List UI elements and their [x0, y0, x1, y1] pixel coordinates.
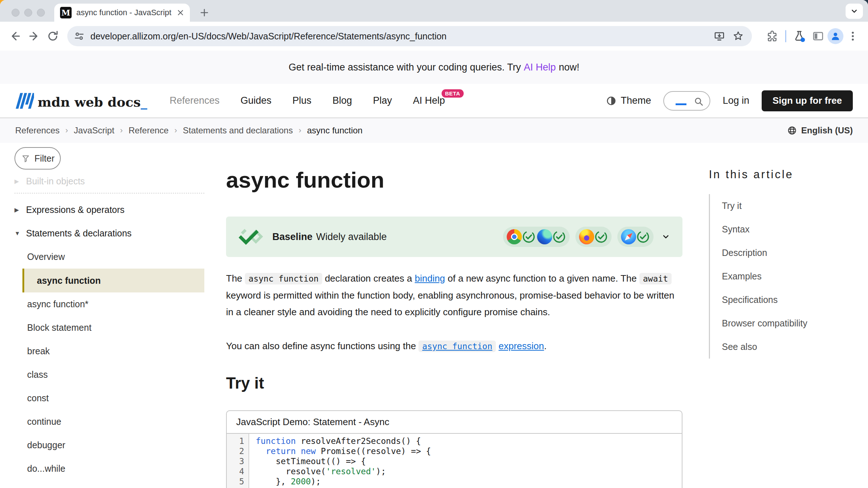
baseline-label: Baseline: [272, 231, 312, 243]
support-check-icon: [522, 230, 536, 244]
install-icon[interactable]: [710, 26, 729, 46]
reload-button[interactable]: [43, 26, 62, 46]
mdn-logo[interactable]: mdn web docs_: [15, 92, 147, 110]
sidebar-item-empty-statement[interactable]: Empty statement: [22, 480, 204, 488]
code-line: setTimeout(() => {: [256, 456, 431, 466]
breadcrumb-item[interactable]: References: [15, 125, 60, 136]
toc-item-examples[interactable]: Examples: [722, 265, 861, 288]
breadcrumb-item[interactable]: async function: [307, 125, 362, 136]
line-numbers: 123456: [227, 434, 249, 488]
article-paragraph: The async function declaration creates a…: [226, 270, 682, 320]
tab-title: async function - JavaScript |: [76, 8, 173, 17]
line-number: 4: [227, 466, 244, 476]
url-text[interactable]: developer.allizom.org/en-US/docs/Web/Jav…: [90, 31, 710, 42]
nav-item-play[interactable]: Play: [373, 95, 392, 106]
sidebar-item-debugger[interactable]: debugger: [22, 433, 204, 457]
back-button[interactable]: [6, 26, 25, 46]
sidebar-item-async-function[interactable]: async function: [22, 269, 204, 292]
sidebar-section-statements-declarations[interactable]: ▼Statements & declarations: [14, 222, 204, 245]
language-selector[interactable]: English (US): [787, 125, 853, 136]
baseline-expand-chevron-icon[interactable]: [660, 231, 672, 243]
line-number: 1: [227, 436, 244, 446]
code-line: }, 2000);: [256, 476, 431, 487]
baseline-banner[interactable]: Baseline Widely available: [226, 217, 682, 257]
toc-item-specifications[interactable]: Specifications: [722, 288, 861, 312]
promo-text-suffix: now!: [559, 62, 579, 73]
minimize-window-button[interactable]: [24, 9, 32, 17]
code-token: },: [256, 477, 291, 486]
language-label: English (US): [801, 125, 853, 136]
line-number: 3: [227, 456, 244, 466]
sidebar-item-overview[interactable]: Overview: [22, 245, 204, 269]
sidebar-section-expressions-operators[interactable]: ▶Expressions & operators: [14, 198, 204, 222]
sidebar-item-do-while[interactable]: do...while: [22, 457, 204, 480]
browser-tab[interactable]: M async function - JavaScript |: [54, 4, 190, 22]
theme-button[interactable]: Theme: [605, 95, 651, 107]
tab-search-button[interactable]: [846, 4, 863, 19]
window-controls: [12, 9, 45, 17]
profile-avatar[interactable]: [827, 28, 843, 44]
mdn-logo-mark: [15, 92, 34, 110]
beta-badge: BETA: [442, 89, 464, 98]
line-number: 2: [227, 446, 244, 456]
sidebar-item-block-statement[interactable]: Block statement: [22, 316, 204, 339]
code-content[interactable]: function resolveAfter2Seconds() { return…: [249, 434, 431, 488]
sidebar-item-break[interactable]: break: [22, 339, 204, 363]
code-token: resolveAfter2Seconds() {: [296, 436, 421, 446]
sidebar-item-const[interactable]: const: [22, 386, 204, 410]
sidebar-item-class[interactable]: class: [22, 363, 204, 386]
side-panel-icon[interactable]: [809, 26, 827, 46]
site-settings-icon[interactable]: [73, 30, 85, 42]
browser-menu-icon[interactable]: [843, 26, 862, 46]
chrome-icon: [507, 229, 522, 244]
forward-button[interactable]: [25, 26, 43, 46]
breadcrumb-separator: ›: [174, 126, 177, 135]
breadcrumb-item[interactable]: Statements and declarations: [183, 125, 293, 136]
browser-pill: [503, 227, 570, 247]
nav-item-guides[interactable]: Guides: [241, 95, 272, 106]
nav-item-ai-help[interactable]: AI HelpBETA: [413, 95, 445, 106]
nav-item-blog[interactable]: Blog: [332, 95, 352, 106]
article-code-link[interactable]: async function: [418, 341, 496, 351]
tab-close-icon[interactable]: [176, 8, 185, 17]
filter-funnel-icon: [21, 153, 31, 163]
browser-toolbar: developer.allizom.org/en-US/docs/Web/Jav…: [0, 22, 868, 51]
extensions-puzzle-icon[interactable]: [763, 26, 782, 46]
toc-item-description[interactable]: Description: [722, 241, 861, 265]
nav-item-plus[interactable]: Plus: [293, 95, 312, 106]
breadcrumb-item[interactable]: Reference: [128, 125, 169, 136]
sidebar-item-async-function-[interactable]: async function*: [22, 292, 204, 316]
ai-help-link[interactable]: AI Help: [524, 62, 556, 73]
signup-button[interactable]: Sign up for free: [762, 90, 853, 111]
toc-item-browser-compatibility[interactable]: Browser compatibility: [722, 312, 861, 335]
bookmark-star-icon[interactable]: [729, 26, 748, 46]
search-icon[interactable]: [693, 96, 705, 107]
article-link[interactable]: expression: [499, 341, 544, 351]
close-window-button[interactable]: [12, 9, 20, 17]
zoom-window-button[interactable]: [37, 9, 45, 17]
toc-item-see-also[interactable]: See also: [722, 335, 861, 359]
page-title: async function: [226, 167, 682, 193]
code-token: );: [311, 477, 321, 486]
sidebar-filter-button[interactable]: Filter: [14, 147, 61, 170]
address-bar[interactable]: developer.allizom.org/en-US/docs/Web/Jav…: [67, 26, 752, 46]
toolbar-divider: [785, 30, 786, 42]
toc-item-syntax[interactable]: Syntax: [722, 218, 861, 241]
sidebar-item-continue[interactable]: continue: [22, 410, 204, 433]
mdn-favicon-icon: M: [60, 7, 72, 18]
code-token: [256, 446, 266, 456]
search-input[interactable]: [663, 91, 710, 111]
article-link[interactable]: binding: [415, 273, 445, 284]
toc-item-try-it[interactable]: Try it: [722, 194, 861, 218]
experiments-flask-icon[interactable]: [790, 26, 809, 46]
nav-item-references[interactable]: References: [170, 95, 220, 106]
browser-pill: [617, 227, 654, 247]
chevron-expanded-icon: ▼: [14, 230, 22, 237]
breadcrumb-separator: ›: [65, 126, 68, 135]
new-tab-button[interactable]: [198, 7, 210, 19]
sidebar-section-built-in-objects[interactable]: ▶Built-in objects: [14, 172, 204, 190]
breadcrumb-item[interactable]: JavaScript: [74, 125, 114, 136]
demo-code-editor[interactable]: 123456 function resolveAfter2Seconds() {…: [227, 434, 682, 488]
mdn-logo-underscore: _: [141, 94, 147, 110]
login-button[interactable]: Log in: [723, 95, 749, 106]
